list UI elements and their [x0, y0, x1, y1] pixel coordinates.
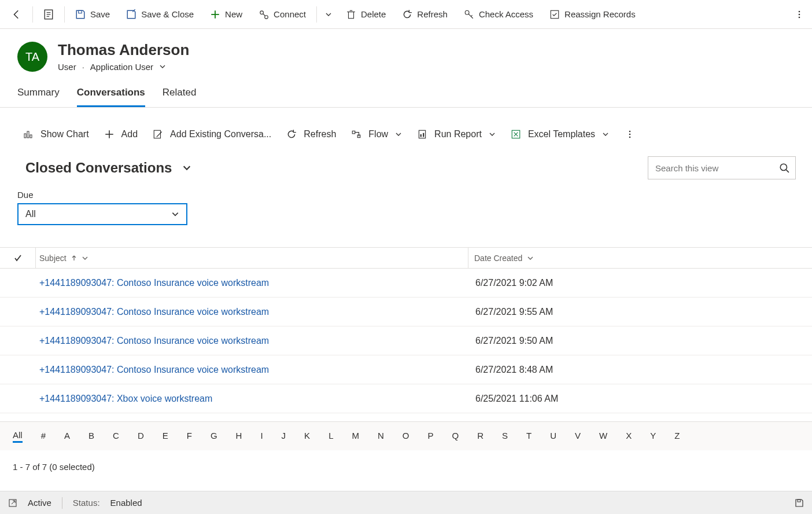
back-button[interactable] — [5, 1, 29, 28]
view-selector[interactable]: Closed Conversations — [25, 160, 191, 176]
search-input[interactable] — [654, 163, 779, 174]
delete-button[interactable]: Delete — [339, 1, 393, 28]
excel-templates-button[interactable]: Excel Templates — [505, 123, 615, 146]
save-button[interactable]: Save — [68, 1, 117, 28]
alpha-filter-N[interactable]: N — [378, 431, 384, 442]
sort-asc-icon — [71, 255, 77, 261]
alpha-filter-O[interactable]: O — [403, 431, 409, 442]
add-button[interactable]: Add — [98, 123, 143, 146]
save-footer-icon[interactable] — [795, 498, 804, 508]
connect-split-button[interactable] — [320, 1, 337, 28]
tab-related[interactable]: Related — [163, 82, 197, 107]
alpha-filter-D[interactable]: D — [138, 431, 144, 442]
new-button[interactable]: New — [203, 1, 249, 28]
popout-icon[interactable] — [8, 498, 17, 508]
add-existing-label: Add Existing Conversa... — [170, 129, 271, 139]
alpha-filter-F[interactable]: F — [187, 431, 192, 442]
select-all-column[interactable] — [0, 248, 36, 268]
svg-rect-31 — [423, 133, 424, 137]
reassign-button[interactable]: Reassign Records — [542, 1, 643, 28]
subgrid-refresh-button[interactable]: Refresh — [280, 123, 342, 146]
row-checkbox[interactable] — [0, 355, 36, 384]
view-title-label: Closed Conversations — [25, 160, 172, 176]
alpha-filter-A[interactable]: A — [64, 431, 70, 442]
table-row[interactable]: +1441189093047: Contoso Insurance voice … — [0, 355, 812, 384]
alpha-filter-X[interactable]: X — [626, 431, 632, 442]
alpha-filter-U[interactable]: U — [550, 431, 556, 442]
alpha-filter-Z[interactable]: Z — [674, 431, 680, 442]
alpha-filter-L[interactable]: L — [329, 431, 333, 442]
alpha-filter-#[interactable]: # — [41, 431, 46, 442]
tab-summary[interactable]: Summary — [17, 82, 60, 107]
column-header-subject[interactable]: Subject — [36, 248, 468, 268]
alpha-filter-B[interactable]: B — [88, 431, 94, 442]
alpha-filter-H[interactable]: H — [236, 431, 242, 442]
record-count-label: 1 - 7 of 7 (0 selected) — [13, 462, 95, 472]
check-access-button[interactable]: Check Access — [457, 1, 540, 28]
alpha-filter-P[interactable]: P — [427, 431, 433, 442]
alpha-filter-S[interactable]: S — [502, 431, 508, 442]
chevron-down-icon — [395, 131, 402, 138]
table-row[interactable]: +1441189093047: Contoso Insurance voice … — [0, 269, 812, 298]
row-checkbox[interactable] — [0, 298, 36, 326]
show-chart-button[interactable]: Show Chart — [17, 123, 95, 146]
add-existing-icon — [153, 129, 163, 139]
alpha-filter-All[interactable]: All — [13, 430, 23, 443]
search-box[interactable] — [648, 156, 796, 179]
due-filter-select[interactable]: All — [17, 203, 187, 225]
date-cell: 6/27/2021 9:50 AM — [468, 336, 812, 346]
table-row[interactable]: +1441189093047: Xbox voice workstream6/2… — [0, 384, 812, 413]
form-selector[interactable]: User · Application User — [58, 62, 189, 72]
subgrid-overflow-button[interactable] — [622, 120, 638, 148]
status-value: Enabled — [110, 498, 142, 508]
subject-link[interactable]: +1441189093047: Contoso Insurance voice … — [36, 307, 468, 317]
alpha-filter-I[interactable]: I — [260, 431, 263, 442]
subject-link[interactable]: +1441189093047: Xbox voice workstream — [36, 394, 468, 404]
alpha-filter-Y[interactable]: Y — [650, 431, 656, 442]
connect-button[interactable]: Connect — [252, 1, 313, 28]
alpha-filter-Q[interactable]: Q — [452, 431, 459, 442]
alpha-filter-T[interactable]: T — [526, 431, 532, 442]
notes-button[interactable] — [36, 1, 61, 28]
divider — [64, 6, 65, 23]
subject-link[interactable]: +1441189093047: Contoso Insurance voice … — [36, 336, 468, 346]
divider — [32, 6, 33, 23]
alpha-filter-W[interactable]: W — [599, 431, 607, 442]
alpha-filter-M[interactable]: M — [352, 431, 359, 442]
alpha-filter-R[interactable]: R — [477, 431, 483, 442]
refresh-icon — [286, 129, 297, 139]
alpha-filter-K[interactable]: K — [304, 431, 310, 442]
save-close-button[interactable]: Save & Close — [119, 1, 201, 28]
flow-icon — [351, 129, 361, 139]
flow-button[interactable]: Flow — [345, 123, 408, 146]
delete-label: Delete — [361, 9, 386, 19]
svg-point-18 — [799, 13, 800, 15]
row-checkbox[interactable] — [0, 326, 36, 355]
svg-line-14 — [468, 13, 473, 18]
svg-point-19 — [799, 16, 800, 18]
chevron-down-icon — [527, 255, 534, 262]
table-row[interactable]: +1441189093047: Contoso Insurance voice … — [0, 326, 812, 355]
overflow-button[interactable] — [791, 1, 807, 28]
subject-link[interactable]: +1441189093047: Contoso Insurance voice … — [36, 278, 468, 288]
column-header-date[interactable]: Date Created — [468, 248, 812, 268]
table-row[interactable]: +1441189093047: Contoso Insurance voice … — [0, 298, 812, 326]
alpha-filter-G[interactable]: G — [211, 431, 217, 442]
tab-conversations[interactable]: Conversations — [77, 82, 145, 107]
date-cell: 6/27/2021 9:02 AM — [468, 278, 812, 288]
alpha-filter-E[interactable]: E — [163, 431, 168, 442]
run-report-button[interactable]: Run Report — [411, 123, 501, 146]
row-checkbox[interactable] — [0, 384, 36, 413]
svg-point-33 — [629, 131, 631, 133]
conversations-grid: Subject Date Created +1441189093047: Con… — [0, 247, 812, 413]
row-checkbox[interactable] — [0, 269, 36, 297]
svg-rect-22 — [30, 135, 32, 138]
subject-link[interactable]: +1441189093047: Contoso Insurance voice … — [36, 365, 468, 375]
add-existing-button[interactable]: Add Existing Conversa... — [147, 123, 277, 146]
chevron-down-icon — [182, 163, 191, 172]
alpha-filter-C[interactable]: C — [113, 431, 119, 442]
alpha-filter-V[interactable]: V — [575, 431, 581, 442]
date-cell: 6/25/2021 11:06 AM — [468, 394, 812, 404]
refresh-button[interactable]: Refresh — [395, 1, 455, 28]
alpha-filter-J[interactable]: J — [282, 431, 286, 442]
